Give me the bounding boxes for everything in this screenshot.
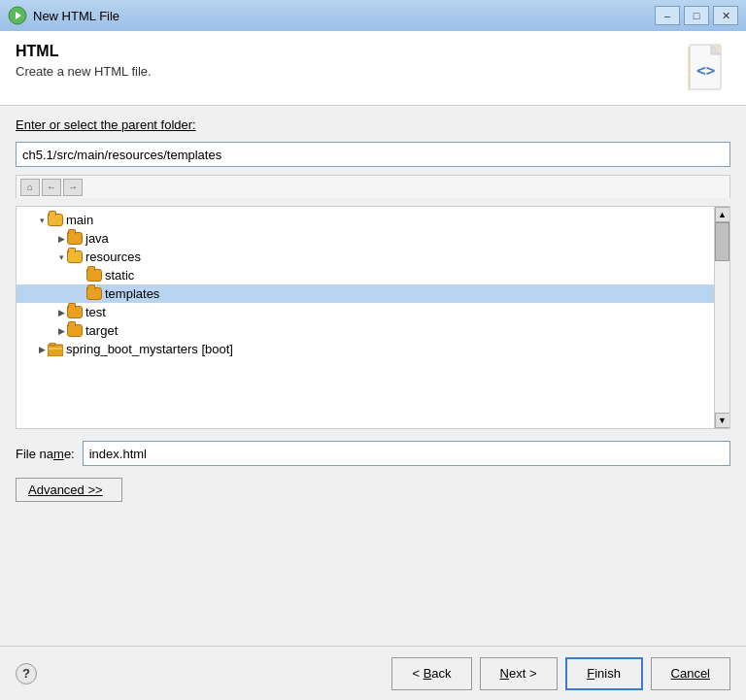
folder-closed-icon	[86, 269, 102, 282]
folder-path-input[interactable]	[16, 142, 730, 167]
next-button[interactable]: Next >	[480, 657, 558, 690]
filename-label: File name:	[16, 447, 75, 461]
list-item[interactable]: ▶ test	[17, 303, 714, 321]
advanced-label-rest: dvanced >>	[37, 483, 103, 497]
window-title: New HTML File	[33, 9, 649, 23]
svg-rect-8	[50, 343, 55, 346]
chevron-right-icon: ▶	[36, 345, 48, 354]
tree-content: ▾ main ▶ java ▾ resources	[17, 207, 714, 428]
cancel-button[interactable]: Cancel	[651, 657, 730, 690]
tree-item-label: main	[66, 213, 93, 227]
folder-label: Enter or select the parent folder:	[16, 117, 730, 132]
window-content: HTML Create a new HTML file. <> Enter or…	[0, 31, 746, 646]
html-file-icon: <>	[684, 43, 730, 93]
chevron-right-icon: ▶	[55, 326, 67, 336]
scroll-down-arrow[interactable]: ▼	[715, 413, 730, 428]
page-subtitle: Create a new HTML file.	[16, 64, 152, 79]
folder-tree-panel: ▾ main ▶ java ▾ resources	[16, 206, 730, 429]
tree-item-label: spring_boot_mystarters [boot]	[66, 342, 233, 356]
header-section: HTML Create a new HTML file. <>	[0, 31, 746, 106]
list-item[interactable]: ▾ main	[17, 211, 714, 229]
advanced-button[interactable]: Advanced >>	[16, 478, 122, 502]
tree-forward-button[interactable]: →	[63, 179, 83, 196]
help-button[interactable]: ?	[16, 663, 37, 684]
body-section: Enter or select the parent folder: ⌂ ← →…	[0, 106, 746, 646]
dialog-footer: ? < Back Next > Finish Cancel	[0, 646, 746, 700]
tree-nav-bar: ⌂ ← →	[16, 175, 730, 198]
tree-item-label: target	[85, 323, 118, 338]
tree-item-label: test	[85, 305, 106, 319]
folder-closed-icon	[67, 306, 83, 318]
scroll-thumb-area	[715, 222, 729, 413]
list-item[interactable]: ▶ spring_boot_mystarters [boot]	[17, 340, 714, 358]
finish-button[interactable]: Finish	[565, 657, 643, 690]
svg-text:<>: <>	[696, 61, 715, 80]
tree-home-button[interactable]: ⌂	[20, 179, 40, 196]
list-item[interactable]: ▶ templates	[17, 284, 714, 303]
tree-item-label: static	[105, 268, 134, 283]
header-left: HTML Create a new HTML file.	[16, 43, 684, 79]
maximize-button[interactable]: □	[684, 6, 709, 25]
tree-item-label: java	[85, 231, 109, 246]
chevron-right-icon: ▶	[55, 308, 67, 317]
filename-row: File name:	[16, 441, 730, 466]
folder-closed-icon	[86, 287, 102, 300]
close-button[interactable]: ✕	[713, 6, 738, 25]
advanced-underline: A	[28, 483, 37, 497]
back-button[interactable]: < Back	[391, 657, 471, 690]
app-icon	[8, 6, 27, 25]
chevron-right-icon: ▶	[55, 234, 67, 244]
scroll-up-arrow[interactable]: ▲	[715, 207, 730, 222]
project-icon	[48, 343, 63, 356]
folder-closed-icon	[67, 232, 83, 245]
minimize-button[interactable]: –	[655, 6, 680, 25]
list-item[interactable]: ▶ static	[17, 266, 714, 284]
svg-rect-7	[48, 345, 63, 356]
chevron-down-icon: ▾	[36, 216, 48, 225]
svg-rect-9	[49, 348, 62, 350]
page-title: HTML	[16, 43, 684, 60]
back-underline: B	[424, 666, 432, 681]
next-underline: N	[500, 666, 509, 681]
list-item[interactable]: ▶ java	[17, 229, 714, 248]
folder-open-icon	[67, 250, 83, 263]
cancel-label: Cancel	[671, 666, 710, 681]
tree-item-label: templates	[105, 286, 159, 301]
folder-open-icon	[48, 214, 63, 226]
filename-underline: m	[53, 447, 64, 461]
folder-closed-icon	[67, 324, 83, 337]
window-controls: – □ ✕	[655, 6, 738, 25]
tree-item-label: resources	[85, 250, 141, 264]
chevron-down-icon: ▾	[55, 252, 67, 262]
title-bar: New HTML File – □ ✕	[0, 0, 746, 31]
list-item[interactable]: ▶ target	[17, 321, 714, 340]
list-item[interactable]: ▾ resources	[17, 248, 714, 266]
filename-input[interactable]	[83, 441, 730, 466]
scroll-thumb[interactable]	[715, 222, 729, 261]
tree-back-button[interactable]: ←	[42, 179, 61, 196]
finish-underline: F	[587, 666, 594, 681]
tree-scrollbar[interactable]: ▲ ▼	[714, 207, 729, 428]
